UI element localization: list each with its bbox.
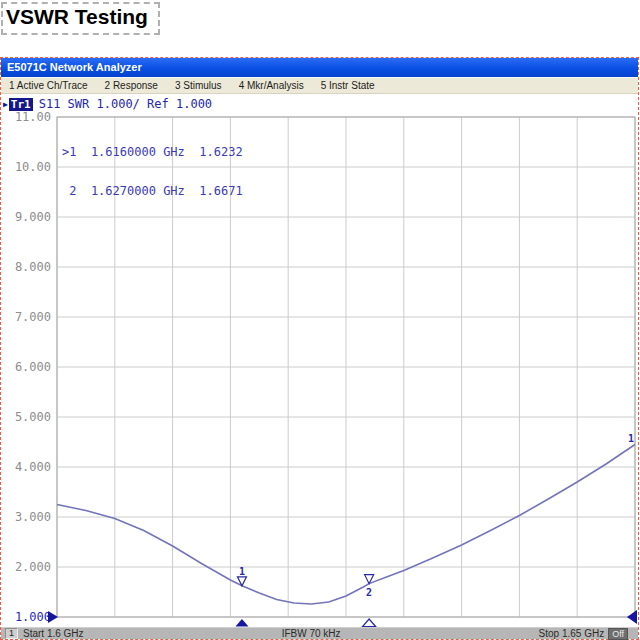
page: VSWR Testing E5071C Network Analyzer 1 A… — [0, 0, 640, 640]
window-title: E5071C Network Analyzer — [7, 61, 142, 73]
y-tick-label: 3.000 — [15, 510, 51, 524]
marker-readout-row-2: 2 1.6270000 GHz 1.6671 — [62, 185, 243, 198]
menu-bar: 1 Active Ch/Trace 2 Response 3 Stimulus … — [1, 77, 638, 94]
active-trace-arrow-icon: ▶ — [3, 100, 8, 109]
marker-1-stimulus-indicator[interactable] — [235, 619, 248, 627]
marker-2-stimulus-indicator[interactable] — [363, 619, 376, 627]
trace-status-bar[interactable]: ▶ Tr1 S11 SWR 1.000/ Ref 1.000 — [3, 97, 212, 111]
page-title: VSWR Testing — [6, 5, 148, 29]
y-tick-label: 9.000 — [15, 210, 51, 224]
ifbw-label: IFBW 70 kHz — [84, 628, 539, 639]
menu-item-response[interactable]: 2 Response — [105, 80, 158, 91]
y-tick-label: 1.000 — [15, 610, 51, 624]
heading-textbox[interactable]: VSWR Testing — [1, 2, 160, 35]
menu-item-instr-state[interactable]: 5 Instr State — [321, 80, 375, 91]
marker-2[interactable]: 2 — [365, 575, 374, 598]
y-tick-label: 6.000 — [15, 360, 51, 374]
y-tick-label: 11.00 — [15, 112, 51, 124]
marker-1-label: 1 — [239, 566, 245, 577]
network-analyzer-screenshot: E5071C Network Analyzer 1 Active Ch/Trac… — [0, 57, 639, 640]
stop-frequency-label: Stop 1.65 GHz — [539, 628, 605, 639]
trace-end-label: 1 — [628, 433, 634, 444]
marker-readout-row-1: >1 1.6160000 GHz 1.6232 — [62, 146, 243, 159]
trace-id-badge: Tr1 — [9, 98, 33, 111]
status-bar: 1 Start 1.6 GHz IFBW 70 kHz Stop 1.65 GH… — [1, 627, 638, 639]
window-titlebar: E5071C Network Analyzer — [1, 58, 638, 77]
marker-readout: >1 1.6160000 GHz 1.6232 2 1.6270000 GHz … — [62, 120, 243, 224]
ref-level-indicator-right — [627, 610, 637, 624]
y-tick-label: 5.000 — [15, 410, 51, 424]
marker-1[interactable]: 1 — [237, 566, 246, 586]
marker-2-label: 2 — [366, 587, 372, 598]
menu-item-active-ch-trace[interactable]: 1 Active Ch/Trace — [9, 80, 88, 91]
menu-item-stimulus[interactable]: 3 Stimulus — [175, 80, 222, 91]
off-status-badge: Off — [608, 628, 628, 640]
y-tick-label: 8.000 — [15, 260, 51, 274]
start-frequency-label: Start 1.6 GHz — [23, 628, 84, 639]
menu-item-mkr-analysis[interactable]: 4 Mkr/Analysis — [239, 80, 304, 91]
y-tick-label: 2.000 — [15, 560, 51, 574]
y-tick-label: 10.00 — [15, 160, 51, 174]
y-tick-label: 7.000 — [15, 310, 51, 324]
y-tick-label: 4.000 — [15, 460, 51, 474]
trace-format-label: S11 SWR 1.000/ Ref 1.000 — [39, 97, 212, 111]
y-axis-ticks: 11.0010.009.0008.0007.0006.0005.0004.000… — [15, 112, 51, 624]
channel-number-box: 1 — [5, 628, 18, 639]
